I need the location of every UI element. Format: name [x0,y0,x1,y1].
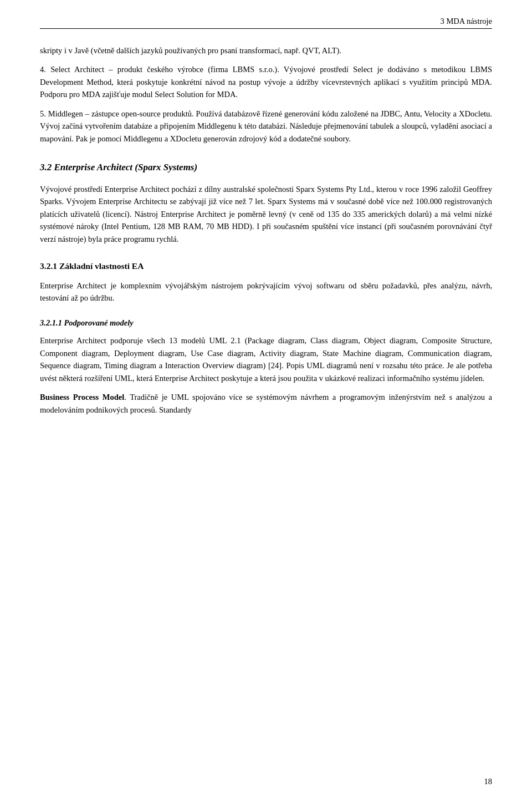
section-321-heading: 3.2.1 Základní vlastnosti EA [40,260,492,273]
paragraph-7-bold: Business Process Model [40,393,124,402]
paragraph-3: 5. Middlegen – zástupce open-source prod… [40,108,492,145]
paragraph-4: Vývojové prostředí Enterprise Architect … [40,183,492,245]
paragraph-3-text: 5. Middlegen – zástupce open-source prod… [40,109,492,143]
paragraph-5: Enterprise Architect je komplexním vývoj… [40,279,492,304]
paragraph-2: 4. Select Architect – produkt českého vý… [40,63,492,100]
section-3211-heading: 3.2.1.1 Podporované modely [40,317,492,329]
page-footer: 18 [484,777,493,786]
paragraph-6: Enterprise Architect podporuje všech 13 … [40,334,492,384]
paragraph-7: Business Process Model. Tradičně je UML … [40,391,492,416]
paragraph-1: skripty i v Javě (včetně dalších jazyků … [40,44,492,57]
page-header: 3 MDA nástroje [40,17,492,29]
paragraph-2-text: 4. Select Architect – produkt českého vý… [40,65,492,99]
paragraph-6-text: Enterprise Architect podporuje všech 13 … [40,336,492,382]
page-number: 18 [484,777,493,786]
section-32-heading: 3.2 Enterprise Architect (Sparx Systems) [40,160,492,175]
header-title: 3 MDA nástroje [441,17,492,26]
paragraph-5-text: Enterprise Architect je komplexním vývoj… [40,281,492,302]
paragraph-1-text: skripty i v Javě (včetně dalších jazyků … [40,46,341,55]
page: 3 MDA nástroje skripty i v Javě (včetně … [0,0,532,803]
main-content: skripty i v Javě (včetně dalších jazyků … [40,44,492,416]
paragraph-4-text: Vývojové prostředí Enterprise Architect … [40,185,492,243]
